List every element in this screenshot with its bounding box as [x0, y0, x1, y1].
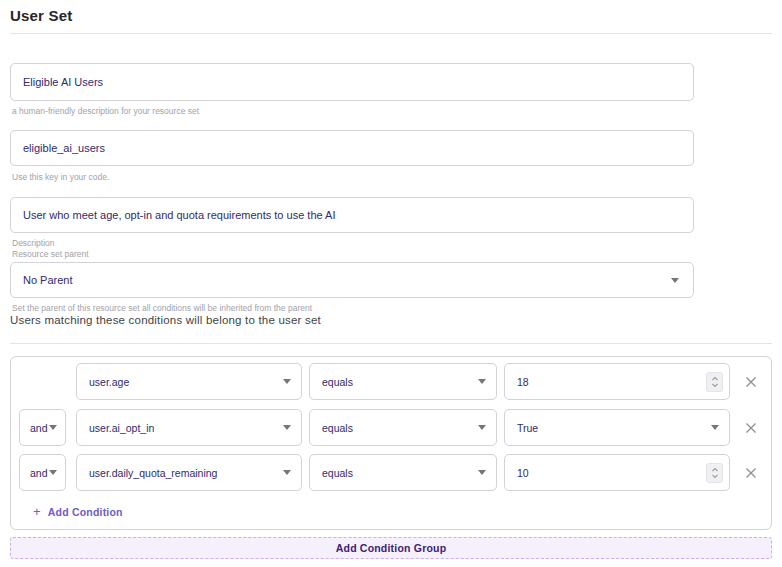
chevron-down-icon: [283, 470, 291, 475]
value-select-value: True: [517, 422, 538, 434]
description-input[interactable]: [10, 197, 694, 233]
chevron-down-icon: [711, 425, 719, 430]
conditions-heading: Users matching these conditions will bel…: [10, 314, 321, 326]
chevron-down-icon: [49, 470, 57, 475]
remove-condition-button[interactable]: [742, 419, 760, 437]
chevron-down-icon: [478, 379, 486, 384]
property-select-value: user.age: [89, 376, 129, 388]
property-select[interactable]: user.ai_opt_in: [76, 409, 302, 446]
property-select[interactable]: user.daily_quota_remaining: [76, 454, 302, 491]
close-icon: [744, 466, 758, 480]
name-input[interactable]: [10, 63, 694, 101]
parent-helper: Set the parent of this resource set all …: [12, 303, 312, 313]
number-stepper[interactable]: [706, 463, 723, 483]
user-set-page: User Set a human-friendly description fo…: [0, 0, 782, 567]
parent-select-value: No Parent: [23, 274, 73, 286]
operator-select[interactable]: equals: [309, 363, 497, 400]
chevron-down-icon: [283, 425, 291, 430]
close-icon: [744, 421, 758, 435]
header-divider: [10, 33, 772, 34]
key-input[interactable]: [10, 130, 694, 166]
plus-icon: +: [33, 505, 41, 518]
chevron-down-icon: [49, 425, 57, 430]
chevron-down-icon: [671, 278, 679, 283]
combinator-select-value: and: [30, 467, 48, 479]
value-field: [504, 363, 730, 400]
combinator-select[interactable]: and: [19, 409, 66, 446]
operator-select[interactable]: equals: [309, 454, 497, 491]
value-field: [504, 454, 730, 491]
combinator-spacer: [19, 363, 66, 400]
property-select[interactable]: user.age: [76, 363, 302, 400]
close-icon: [744, 375, 758, 389]
conditions-divider: [10, 343, 772, 344]
stepper-chevrons-icon: [711, 466, 719, 480]
value-input[interactable]: [504, 454, 730, 491]
chevron-down-icon: [478, 425, 486, 430]
page-title: User Set: [10, 7, 72, 24]
add-condition-label: Add Condition: [48, 506, 123, 518]
operator-select-value: equals: [322, 467, 353, 479]
operator-select-value: equals: [322, 422, 353, 434]
condition-row: user.age equals: [19, 363, 760, 400]
value-select[interactable]: True: [504, 409, 730, 446]
stepper-chevrons-icon: [711, 375, 719, 389]
parent-select[interactable]: No Parent: [10, 262, 694, 298]
description-label: Description: [12, 238, 55, 248]
condition-row: and user.ai_opt_in equals True: [19, 409, 760, 446]
property-select-value: user.ai_opt_in: [89, 422, 154, 434]
key-helper: Use this key in your code.: [12, 172, 109, 182]
combinator-select-value: and: [30, 422, 48, 434]
chevron-down-icon: [283, 379, 291, 384]
parent-label: Resource set parent: [12, 249, 89, 259]
value-input[interactable]: [504, 363, 730, 400]
condition-group: user.age equals: [10, 356, 772, 530]
add-condition-group-button[interactable]: Add Condition Group: [10, 537, 772, 559]
condition-row: and user.daily_quota_remaining equals: [19, 454, 760, 491]
remove-condition-button[interactable]: [742, 373, 760, 391]
combinator-select[interactable]: and: [19, 454, 66, 491]
value-field: True: [504, 409, 730, 446]
chevron-down-icon: [478, 470, 486, 475]
add-condition-group-label: Add Condition Group: [336, 542, 447, 554]
add-condition-button[interactable]: + Add Condition: [33, 505, 123, 518]
property-select-value: user.daily_quota_remaining: [89, 467, 217, 479]
remove-condition-button[interactable]: [742, 464, 760, 482]
operator-select-value: equals: [322, 376, 353, 388]
name-helper: a human-friendly description for your re…: [12, 106, 199, 116]
operator-select[interactable]: equals: [309, 409, 497, 446]
number-stepper[interactable]: [706, 372, 723, 392]
